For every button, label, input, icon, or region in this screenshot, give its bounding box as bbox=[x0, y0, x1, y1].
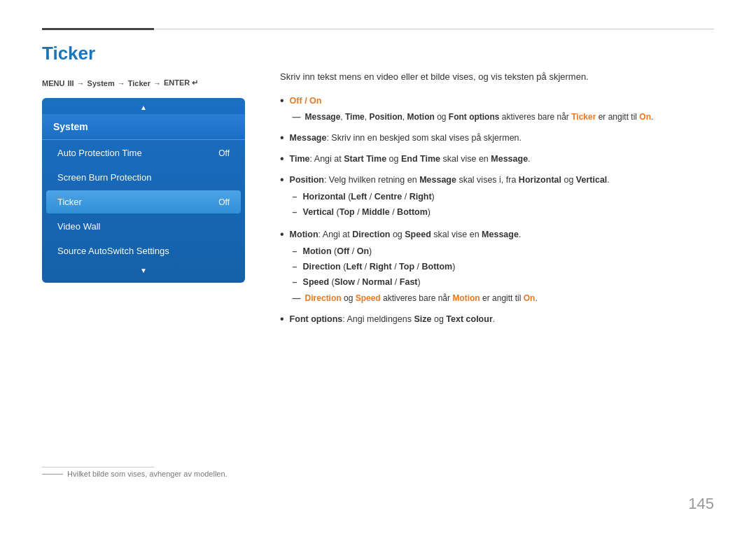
right-label: Right bbox=[410, 192, 432, 202]
page-number: 145 bbox=[688, 495, 714, 513]
note-text-1: Message, Time, Position, Motion og Font … bbox=[305, 111, 654, 124]
menu-item-auto-protection[interactable]: Auto Protection Time Off bbox=[46, 141, 241, 164]
list-item-time: • Time: Angi at Start Time og End Time s… bbox=[280, 152, 714, 166]
dir-left: Left bbox=[346, 262, 362, 272]
li-content-motion: Motion: Angi at Direction og Speed skal … bbox=[290, 227, 714, 305]
menu-item-source-autoswitch[interactable]: Source AutoSwitch Settings bbox=[46, 239, 241, 262]
breadcrumb-sep3: → bbox=[153, 79, 161, 87]
horizontal-bold: Horizontal bbox=[519, 175, 561, 185]
end-time-bold: End Time bbox=[401, 154, 440, 164]
speed-bold: Speed bbox=[405, 230, 431, 239]
menu-arrow-up[interactable]: ▲ bbox=[42, 101, 245, 114]
intro-text: Skriv inn tekst mens en video eller et b… bbox=[280, 70, 714, 84]
menu-arrow-down[interactable]: ▼ bbox=[42, 264, 245, 277]
right-content: Skriv inn tekst mens en video eller et b… bbox=[280, 70, 714, 333]
sub-item-direction: – Direction (Left / Right / Top / Bottom… bbox=[293, 260, 714, 274]
off-on-label: Off / On bbox=[290, 96, 322, 106]
msg-ref: Message bbox=[305, 112, 341, 122]
system-menu: ▲ System Auto Protection Time Off Screen… bbox=[42, 98, 245, 283]
text-colour-bold: Text colour bbox=[446, 314, 492, 324]
source-autoswitch-label: Source AutoSwitch Settings bbox=[57, 246, 169, 256]
li-content-message: Message: Skriv inn en beskjed som skal v… bbox=[290, 131, 714, 145]
li-content-off-on: Off / On — Message, Time, Position, Moti… bbox=[290, 94, 714, 124]
menu-item-screen-burn[interactable]: Screen Burn Protection bbox=[46, 166, 241, 189]
li-content-position: Position: Velg hvilken retning en Messag… bbox=[290, 173, 714, 220]
ticker-ref: Ticker bbox=[571, 112, 596, 122]
bullet-6: • bbox=[280, 312, 284, 325]
dash-speed: – bbox=[293, 275, 298, 289]
bottom-label: Bottom bbox=[397, 207, 428, 217]
video-wall-label: Video Wall bbox=[57, 221, 100, 232]
sub-item-vertical: – Vertical (Top / Middle / Bottom) bbox=[293, 205, 714, 219]
on-ref: On bbox=[639, 112, 651, 122]
bullet-1: • bbox=[280, 94, 284, 107]
breadcrumb-enter: ENTER ↵ bbox=[164, 78, 198, 87]
centre-label: Centre bbox=[374, 192, 402, 202]
bullet-3: • bbox=[280, 152, 284, 165]
top-line-light bbox=[154, 29, 714, 29]
note-dash-1: — bbox=[293, 111, 301, 124]
page-container: Ticker MENU III → System → Ticker → ENTE… bbox=[0, 0, 756, 534]
message-bold: Message bbox=[290, 133, 327, 143]
dash-dir: – bbox=[293, 260, 298, 274]
motion-footnote: — Direction og Speed aktiveres bare når … bbox=[293, 292, 714, 305]
ticker-label: Ticker bbox=[57, 197, 82, 207]
motion-sub-list: – Motion (Off / On) – Direction (Left / … bbox=[293, 244, 714, 289]
size-bold: Size bbox=[414, 314, 431, 324]
slow-label: Slow bbox=[335, 277, 355, 287]
motion-sub-label: Motion bbox=[303, 246, 332, 256]
dash-h: – bbox=[293, 190, 298, 204]
footnote-text: Direction og Speed aktiveres bare når Mo… bbox=[305, 292, 538, 305]
sub-motion-text: Motion (Off / On) bbox=[303, 244, 372, 258]
dash-motion: – bbox=[293, 244, 298, 258]
pos-ref: Position bbox=[369, 112, 402, 122]
list-item-font-options: • Font options: Angi meldingens Size og … bbox=[280, 312, 714, 326]
font-options-bold: Font options bbox=[290, 314, 343, 324]
auto-protection-label: Auto Protection Time bbox=[57, 148, 142, 158]
breadcrumb-ticker: Ticker bbox=[128, 79, 150, 87]
list-item-message: • Message: Skriv inn en beskjed som skal… bbox=[280, 131, 714, 145]
screen-burn-label: Screen Burn Protection bbox=[57, 172, 151, 183]
middle-label: Middle bbox=[362, 207, 390, 217]
time-ref: Time bbox=[345, 112, 365, 122]
direction-bold: Direction bbox=[352, 230, 390, 239]
top-line-dark bbox=[42, 28, 154, 30]
bottom-separator bbox=[42, 467, 154, 468]
content-list: • Off / On — Message, Time, Position, Mo… bbox=[280, 94, 714, 326]
ticker-value: Off bbox=[218, 197, 230, 207]
menu-item-video-wall[interactable]: Video Wall bbox=[46, 215, 241, 238]
sub-speed-text: Speed (Slow / Normal / Fast) bbox=[303, 275, 421, 289]
vertical-label: Vertical bbox=[303, 207, 334, 217]
message-ref-time: Message bbox=[491, 154, 528, 164]
sub-vertical-text: Vertical (Top / Middle / Bottom) bbox=[303, 205, 430, 219]
top-label: Top bbox=[340, 207, 355, 217]
msg-ref-pos: Message bbox=[419, 175, 456, 185]
direction-label: Direction bbox=[303, 262, 341, 272]
motion-ref: Motion bbox=[407, 112, 434, 122]
fontopts-ref: Font options bbox=[449, 112, 500, 122]
page-title: Ticker bbox=[42, 43, 714, 64]
list-item-position: • Position: Velg hvilken retning en Mess… bbox=[280, 173, 714, 220]
left-label: Left bbox=[351, 192, 367, 202]
bottom-note-line bbox=[42, 474, 63, 475]
dash-v: – bbox=[293, 205, 298, 219]
motion-bold: Motion bbox=[290, 230, 318, 239]
motion-orange: Motion bbox=[452, 293, 479, 303]
li-content-time: Time: Angi at Start Time og End Time ska… bbox=[290, 152, 714, 166]
horizontal-label: Horizontal bbox=[303, 192, 346, 202]
list-item-off-on: • Off / On — Message, Time, Position, Mo… bbox=[280, 94, 714, 124]
normal-label: Normal bbox=[362, 277, 392, 287]
bullet-2: • bbox=[280, 131, 284, 144]
menu-item-ticker[interactable]: Ticker Off bbox=[46, 190, 241, 213]
sub-item-horizontal: – Horizontal (Left / Centre / Right) bbox=[293, 190, 714, 204]
direction-orange: Direction bbox=[305, 293, 342, 303]
sub-direction-text: Direction (Left / Right / Top / Bottom) bbox=[303, 260, 456, 274]
off-label: Off bbox=[337, 246, 349, 256]
system-menu-header: System bbox=[42, 114, 245, 140]
on-orange: On bbox=[524, 293, 536, 303]
bullet-5: • bbox=[280, 227, 284, 241]
off-on-note: — Message, Time, Position, Motion og Fon… bbox=[293, 111, 714, 124]
time-bold: Time bbox=[290, 154, 310, 164]
msg-ref-motion: Message bbox=[482, 230, 519, 239]
top-decorative-lines bbox=[42, 28, 714, 30]
